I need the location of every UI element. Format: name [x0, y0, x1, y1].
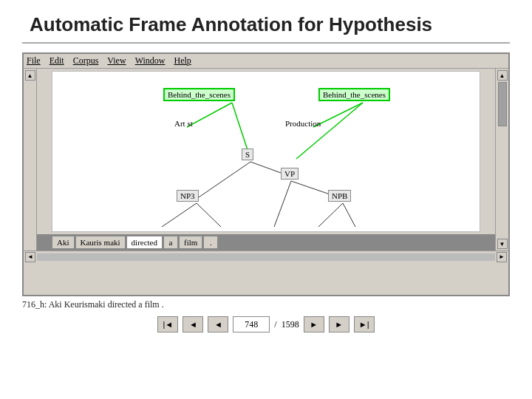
page-title: Automatic Frame Annotation for Hypothesi…: [0, 0, 532, 42]
nav-bar: |◄ ◄ ◄ / 1598 ► ► ►|: [0, 313, 532, 335]
scroll-down-arrow[interactable]: ▼: [497, 239, 508, 249]
token-aki[interactable]: Aki: [52, 236, 75, 249]
nav-total: 1598: [282, 319, 299, 330]
menu-view[interactable]: View: [107, 55, 126, 66]
npb-node: NPB: [328, 190, 351, 202]
menu-bar: File Edit Corpus View Window Help: [24, 54, 508, 69]
np3-node: NP3: [177, 190, 199, 202]
annotation-canvas: Behind_the_scenes Behind_the_scenes Art …: [52, 71, 480, 232]
nav-next[interactable]: ►: [304, 316, 324, 332]
menu-corpus[interactable]: Corpus: [73, 55, 99, 66]
nav-last[interactable]: ►|: [354, 316, 375, 332]
token-kaurismaki[interactable]: Kauris maki: [75, 236, 126, 249]
h-scrollbar: ◄ ►: [24, 250, 508, 262]
menu-window[interactable]: Window: [135, 55, 166, 66]
token-directed[interactable]: directed: [126, 236, 163, 249]
token-film[interactable]: film: [179, 236, 202, 249]
nav-next-big[interactable]: ►: [329, 316, 349, 332]
right-scrollbar: ▲ ▼: [495, 69, 508, 250]
frame-box-right: Behind_the_scenes: [318, 88, 390, 101]
scroll-thumb[interactable]: [498, 82, 507, 126]
tree-lines: [52, 72, 480, 231]
menu-help[interactable]: Help: [174, 55, 191, 66]
nav-first[interactable]: |◄: [157, 316, 178, 332]
sentence-text: Aki Keurismaki directed a film .: [49, 299, 164, 310]
scroll-up-arrow[interactable]: ▲: [497, 70, 508, 81]
token-a[interactable]: a: [163, 236, 178, 249]
svg-line-0: [187, 103, 232, 127]
vp-node: VP: [281, 168, 299, 180]
left-scrollbar: ▲: [24, 69, 37, 250]
scroll-up-btn[interactable]: ▲: [25, 70, 35, 81]
menu-edit[interactable]: Edit: [50, 55, 64, 66]
production-label: Production: [285, 119, 321, 128]
svg-line-8: [197, 203, 221, 227]
svg-line-9: [274, 181, 291, 227]
svg-line-7: [162, 203, 197, 227]
nav-current-input[interactable]: [233, 316, 270, 332]
status-line: 716_h: Aki Keurismaki directed a film .: [0, 296, 532, 313]
svg-line-3: [296, 103, 363, 159]
h-scroll-track[interactable]: [37, 253, 495, 261]
svg-line-10: [318, 203, 343, 227]
art-st-label: Art st: [174, 119, 193, 128]
svg-line-5: [197, 162, 250, 199]
nav-separator: /: [274, 319, 276, 330]
app-window: File Edit Corpus View Window Help ▲: [22, 52, 510, 296]
token-bar: Aki Kauris maki directed a film .: [37, 234, 495, 250]
h-scroll-left[interactable]: ◄: [25, 252, 35, 262]
title-divider: [22, 42, 510, 44]
nav-prev[interactable]: ◄: [208, 316, 228, 332]
nav-prev-big[interactable]: ◄: [183, 316, 203, 332]
svg-line-11: [343, 203, 355, 227]
frame-box-left: Behind_the_scenes: [163, 88, 235, 101]
h-scroll-right[interactable]: ►: [497, 252, 507, 262]
menu-file[interactable]: File: [27, 55, 41, 66]
token-period[interactable]: .: [203, 236, 218, 249]
s-node: S: [242, 149, 253, 160]
sentence-id: 716_h:: [22, 299, 47, 310]
